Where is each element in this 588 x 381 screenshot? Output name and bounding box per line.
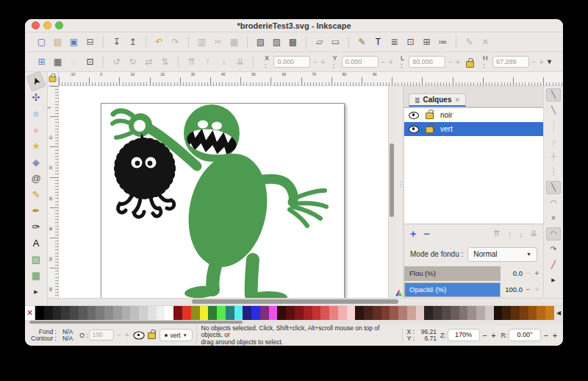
palette-swatch[interactable] xyxy=(390,306,398,320)
snap-midpoints[interactable]: ╱ xyxy=(546,258,561,271)
calligraphy-tool[interactable]: ✑ xyxy=(28,219,44,235)
palette-swatch[interactable] xyxy=(277,306,286,320)
remove-layer-button[interactable]: − xyxy=(423,228,429,240)
group-button[interactable]: ▱ xyxy=(312,35,327,49)
zoom-out-button[interactable]: − xyxy=(481,331,489,340)
palette-swatch[interactable] xyxy=(226,306,234,320)
palette-swatch[interactable] xyxy=(96,306,104,320)
color-managed-display-icon[interactable] xyxy=(395,290,402,296)
vertical-ruler[interactable]: 0102030405060 xyxy=(48,86,59,298)
palette-scrollbar-thumb[interactable] xyxy=(29,321,243,324)
palette-swatch[interactable] xyxy=(528,306,537,320)
snap-path-intersections[interactable]: × xyxy=(546,212,561,225)
snap-cusp-nodes[interactable]: ◠ xyxy=(546,227,561,241)
unlock-icon[interactable] xyxy=(426,113,434,119)
palette-swatch[interactable] xyxy=(511,306,520,320)
palette-swatch[interactable] xyxy=(104,306,113,320)
spiral-tool[interactable]: @ xyxy=(28,171,44,186)
duplicate-button[interactable]: ▧ xyxy=(253,35,268,49)
eye-icon[interactable] xyxy=(409,126,419,133)
selection-cue-button[interactable]: ⊡ xyxy=(82,54,98,69)
palette-swatch[interactable] xyxy=(312,306,321,320)
pen-tool[interactable]: ✒ xyxy=(28,203,44,218)
blur-slider[interactable]: Flou (%) xyxy=(404,266,501,281)
pencil-tool[interactable]: ✎ xyxy=(28,187,44,202)
snap-paths[interactable]: ◠ xyxy=(546,196,561,210)
snap-nodes[interactable]: ╲ xyxy=(546,181,561,194)
palette-swatch[interactable] xyxy=(44,306,53,320)
palette-swatch[interactable] xyxy=(520,306,528,320)
opacity-value[interactable]: 100.0 xyxy=(503,285,523,293)
layer-row-noir[interactable]: noir xyxy=(404,108,543,122)
text-tool[interactable]: A xyxy=(28,235,44,251)
palette-swatch[interactable] xyxy=(217,306,226,320)
save-button[interactable]: ▣ xyxy=(66,35,82,49)
palette-swatch[interactable] xyxy=(191,306,200,320)
svg-page[interactable] xyxy=(101,103,345,298)
blur-increment-button[interactable]: + xyxy=(534,269,540,277)
ellipse-tool[interactable]: ● xyxy=(28,122,44,138)
palette-scroll-arrow[interactable]: ◀ xyxy=(554,306,563,320)
add-layer-button[interactable]: + xyxy=(410,228,416,240)
palette-swatch[interactable] xyxy=(476,306,485,320)
palette-swatch[interactable] xyxy=(122,306,131,320)
mesh-tool[interactable]: ▦ xyxy=(28,268,44,283)
palette-swatch[interactable] xyxy=(442,306,451,320)
palette-swatch[interactable] xyxy=(459,306,468,320)
blur-value[interactable]: 0.0 xyxy=(503,269,523,277)
palette-swatch[interactable] xyxy=(130,306,139,320)
select-all-button[interactable]: ⊞ xyxy=(34,54,49,69)
palette-swatch[interactable] xyxy=(329,306,338,320)
black-fuzzy-creature[interactable] xyxy=(118,133,174,217)
node-tool[interactable]: ✣ xyxy=(28,90,44,105)
rotate-ccw-button[interactable]: − xyxy=(542,331,550,340)
text-tool-button[interactable]: T xyxy=(370,35,386,49)
toolbar-overflow-button[interactable]: ▼ xyxy=(546,58,553,65)
xml-editor-button[interactable]: ⊡ xyxy=(403,35,418,49)
palette-swatch[interactable] xyxy=(537,306,545,320)
unlink-clone-button[interactable]: ▩ xyxy=(285,35,301,49)
palette-swatch[interactable] xyxy=(208,306,217,320)
panel-resize-handle[interactable]: ⋮ xyxy=(395,86,404,298)
horizontal-scrollbar[interactable] xyxy=(48,298,563,305)
box3d-tool[interactable]: ◆ xyxy=(28,154,44,170)
fill-stroke-button[interactable]: ✎ xyxy=(354,35,370,49)
palette-swatch[interactable] xyxy=(35,306,44,320)
eye-icon[interactable] xyxy=(409,112,419,119)
palette-swatch[interactable] xyxy=(338,306,347,320)
rotation-input[interactable]: 0.00° xyxy=(509,329,541,341)
palette-swatch[interactable] xyxy=(70,306,79,320)
palette-swatch[interactable] xyxy=(53,306,62,320)
palette-swatch[interactable] xyxy=(304,306,312,320)
close-tab-icon[interactable]: ✕ xyxy=(454,96,460,104)
blend-mode-select[interactable]: Normal ▼ xyxy=(467,247,537,262)
palette-swatch[interactable] xyxy=(113,306,122,320)
layer-lock-toggle[interactable] xyxy=(148,332,156,339)
palette-swatch[interactable] xyxy=(173,306,182,320)
palette-swatch[interactable] xyxy=(295,306,304,320)
palette-swatch[interactable] xyxy=(373,306,381,320)
print-button[interactable]: ⊟ xyxy=(82,35,98,49)
canvas-viewport[interactable] xyxy=(59,86,388,298)
layer-row-vert[interactable]: vert xyxy=(404,122,543,136)
palette-swatch[interactable] xyxy=(485,306,494,320)
vertical-scrollbar[interactable] xyxy=(388,86,395,298)
open-document-button[interactable]: ▤ xyxy=(50,35,65,49)
current-layer-select[interactable]: vert ▼ xyxy=(159,329,192,341)
palette-swatch[interactable] xyxy=(467,306,476,320)
palette-swatch[interactable] xyxy=(79,306,87,320)
palette-swatch[interactable] xyxy=(355,306,364,320)
snap-bbox[interactable]: ╲ xyxy=(546,104,561,117)
palette-swatch[interactable] xyxy=(251,306,260,320)
palette-swatch[interactable] xyxy=(424,306,433,320)
gradient-tool[interactable]: ▨ xyxy=(28,252,44,267)
palette-swatch[interactable] xyxy=(381,306,390,320)
unlock-icon[interactable] xyxy=(426,127,434,133)
lock-guides-icon[interactable] xyxy=(49,76,57,82)
horizontal-scrollbar-thumb[interactable] xyxy=(192,299,398,304)
palette-swatch[interactable] xyxy=(451,306,459,320)
ungroup-button[interactable]: ▭ xyxy=(328,35,343,49)
palette-swatch[interactable] xyxy=(200,306,209,320)
tab-calques[interactable]: ≣ Calques ✕ xyxy=(409,93,466,107)
opacity-input[interactable]: 100 xyxy=(89,330,114,341)
